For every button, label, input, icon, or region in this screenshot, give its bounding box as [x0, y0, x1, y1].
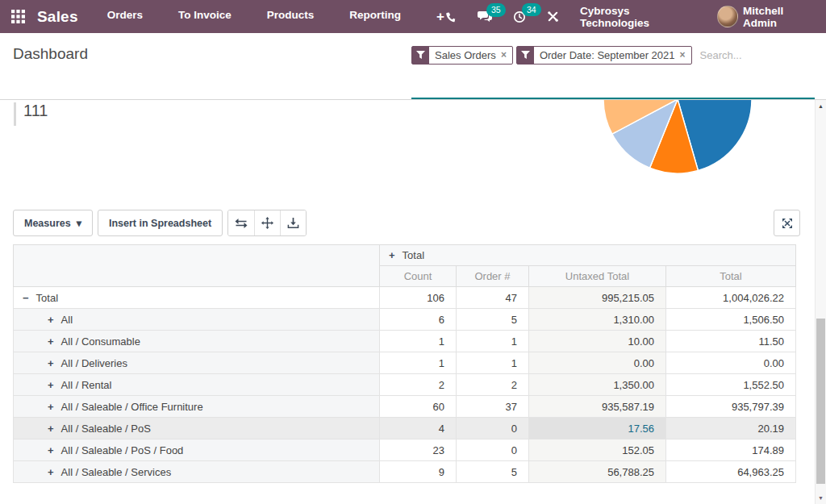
- expand-icon[interactable]: +: [48, 379, 54, 391]
- value-cell[interactable]: 4: [380, 418, 457, 439]
- search-bar: Sales Orders × Order Date: September 202…: [411, 45, 815, 65]
- value-cell[interactable]: 106: [380, 287, 457, 309]
- measures-button[interactable]: Measures ▾: [13, 210, 93, 236]
- apps-grid-icon[interactable]: [11, 10, 25, 23]
- company-name[interactable]: Cybrosys Technologies: [580, 5, 696, 29]
- value-cell[interactable]: 56,788.25: [529, 461, 666, 483]
- row-label-cell[interactable]: +All / Saleable / Services: [14, 461, 380, 483]
- menu-orders[interactable]: Orders: [107, 9, 143, 25]
- scrollbar-thumb[interactable]: [816, 319, 825, 484]
- activities-clock-icon[interactable]: 34: [513, 10, 526, 23]
- value-cell[interactable]: 0: [457, 418, 529, 439]
- value-cell[interactable]: 1,506.50: [666, 309, 796, 331]
- value-cell[interactable]: 2: [457, 374, 529, 396]
- value-cell[interactable]: 2: [380, 374, 457, 396]
- messages-icon[interactable]: 35: [478, 10, 492, 23]
- pie-chart[interactable]: [603, 100, 753, 175]
- phone-icon[interactable]: [444, 10, 457, 23]
- value-cell[interactable]: 47: [457, 287, 529, 309]
- row-label-cell[interactable]: +All / Saleable / PoS: [14, 418, 380, 439]
- value-cell[interactable]: 64,963.25: [666, 461, 796, 483]
- column-header[interactable]: Untaxed Total: [529, 266, 666, 287]
- value-cell[interactable]: 9: [380, 461, 457, 483]
- value-cell[interactable]: 1: [457, 352, 529, 374]
- flip-axis-icon[interactable]: [228, 210, 254, 235]
- download-icon[interactable]: [280, 210, 306, 235]
- value-cell[interactable]: 995,215.05: [529, 287, 666, 309]
- value-cell[interactable]: 935,797.39: [666, 396, 796, 418]
- value-cell[interactable]: 17.56: [529, 418, 666, 439]
- row-label-cell[interactable]: +All / Saleable / Office Furniture: [14, 396, 380, 418]
- table-row[interactable]: +All / Saleable / PoS / Food230152.05174…: [14, 439, 796, 461]
- app-name[interactable]: Sales: [37, 8, 78, 26]
- value-cell[interactable]: 935,587.19: [529, 396, 666, 418]
- menu-to-invoice[interactable]: To Invoice: [178, 9, 232, 25]
- table-row[interactable]: −Total10647995,215.051,004,026.22: [14, 287, 796, 309]
- table-row[interactable]: +All / Saleable / Office Furniture603793…: [14, 396, 796, 418]
- value-cell[interactable]: 23: [380, 439, 457, 461]
- value-cell[interactable]: 1,552.50: [666, 374, 796, 396]
- value-cell[interactable]: 152.05: [529, 439, 666, 461]
- insert-in-spreadsheet-button[interactable]: Insert in Spreadsheet: [98, 210, 223, 236]
- value-cell[interactable]: 11.50: [666, 331, 796, 352]
- breadcrumb[interactable]: Dashboard: [13, 45, 88, 63]
- table-row[interactable]: +All / Saleable / PoS4017.5620.19: [14, 418, 796, 439]
- vertical-scrollbar[interactable]: ▲ ▼: [815, 100, 826, 504]
- menu-reporting[interactable]: Reporting: [349, 9, 401, 25]
- value-cell[interactable]: 5: [457, 461, 529, 483]
- column-header[interactable]: Order #: [457, 266, 529, 287]
- expand-icon[interactable]: +: [48, 314, 54, 326]
- table-row[interactable]: +All651,310.001,506.50: [14, 309, 796, 331]
- table-row[interactable]: +All / Consumable1110.0011.50: [14, 331, 796, 352]
- scroll-down-arrow[interactable]: ▼: [816, 495, 826, 501]
- table-row[interactable]: +All / Rental221,350.001,552.50: [14, 374, 796, 396]
- value-cell[interactable]: 1: [380, 331, 457, 352]
- row-label-cell[interactable]: −Total: [14, 287, 380, 309]
- table-row[interactable]: +All / Deliveries110.000.00: [14, 352, 796, 374]
- tools-icon[interactable]: [547, 10, 559, 23]
- menu-plus-icon[interactable]: +: [436, 9, 444, 25]
- user-menu[interactable]: Mitchell Admin: [717, 5, 816, 29]
- row-label-cell[interactable]: +All / Saleable / PoS / Food: [14, 439, 380, 461]
- expand-icon[interactable]: +: [48, 357, 54, 369]
- expand-icon[interactable]: +: [48, 335, 54, 348]
- expand-icon[interactable]: +: [389, 249, 395, 261]
- value-cell[interactable]: 20.19: [666, 418, 796, 439]
- value-cell[interactable]: 6: [380, 309, 457, 331]
- column-header[interactable]: Count: [380, 266, 457, 287]
- value-cell[interactable]: 60: [380, 396, 457, 418]
- expand-all-icon[interactable]: [254, 210, 280, 235]
- scroll-up-arrow[interactable]: ▲: [816, 103, 826, 109]
- facet-remove-icon[interactable]: ×: [500, 49, 512, 60]
- value-cell[interactable]: 1: [457, 331, 529, 352]
- value-cell[interactable]: 1,350.00: [529, 374, 666, 396]
- table-row[interactable]: +All / Saleable / Services9556,788.2564,…: [14, 461, 796, 483]
- column-header[interactable]: Total: [666, 266, 796, 287]
- row-label-cell[interactable]: +All / Rental: [14, 374, 380, 396]
- menu-products[interactable]: Products: [267, 9, 315, 25]
- value-cell[interactable]: 37: [457, 396, 529, 418]
- expand-icon[interactable]: +: [48, 401, 54, 413]
- expand-icon[interactable]: +: [48, 466, 54, 478]
- value-cell[interactable]: 1,310.00: [529, 309, 666, 331]
- value-cell[interactable]: 0: [457, 439, 529, 461]
- row-label: All / Saleable / Office Furniture: [61, 401, 203, 413]
- value-cell[interactable]: 1,004,026.22: [666, 287, 796, 309]
- search-input[interactable]: [695, 49, 826, 61]
- value-cell[interactable]: 174.89: [666, 439, 796, 461]
- value-cell[interactable]: 0.00: [666, 352, 796, 374]
- collapse-icon[interactable]: −: [23, 292, 29, 304]
- row-label-cell[interactable]: +All: [14, 309, 380, 331]
- facet-order-date: Order Date: September 2021 ×: [516, 46, 692, 65]
- expand-icon[interactable]: +: [48, 444, 54, 456]
- fullscreen-expand-button[interactable]: [774, 210, 800, 236]
- row-label-cell[interactable]: +All / Deliveries: [14, 352, 380, 374]
- value-cell[interactable]: 5: [457, 309, 529, 331]
- expand-icon[interactable]: +: [48, 423, 54, 435]
- value-cell[interactable]: 0.00: [529, 352, 666, 374]
- row-label-cell[interactable]: +All / Consumable: [14, 331, 380, 352]
- column-group-header[interactable]: +Total: [380, 245, 796, 266]
- value-cell[interactable]: 1: [380, 352, 457, 374]
- value-cell[interactable]: 10.00: [529, 331, 666, 352]
- facet-remove-icon[interactable]: ×: [679, 49, 691, 60]
